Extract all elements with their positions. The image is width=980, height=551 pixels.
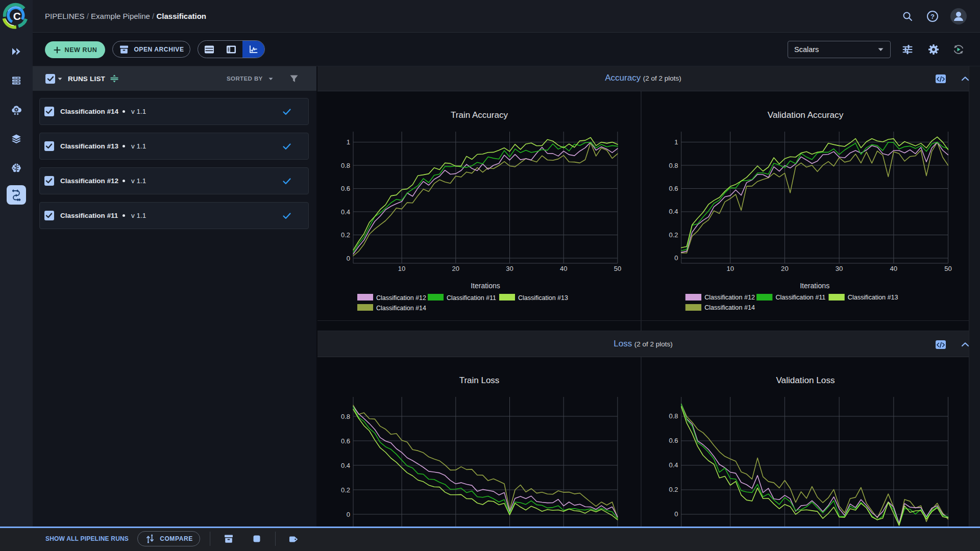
svg-text:Classification #14: Classification #14: [704, 305, 755, 312]
svg-text:Classification #12: Classification #12: [376, 294, 426, 302]
svg-text:40: 40: [560, 265, 567, 272]
svg-text:10: 10: [398, 265, 405, 272]
svg-text:Classification #14: Classification #14: [376, 305, 426, 312]
svg-text:0.8: 0.8: [341, 162, 350, 169]
svg-text:40: 40: [890, 265, 898, 272]
svg-text:Iterations: Iterations: [471, 282, 500, 290]
svg-text:20: 20: [781, 265, 789, 272]
svg-text:Classification #11: Classification #11: [775, 294, 825, 302]
svg-text:0: 0: [674, 511, 678, 518]
svg-text:0.8: 0.8: [341, 413, 350, 420]
svg-text:0.4: 0.4: [669, 462, 678, 469]
svg-text:0.6: 0.6: [669, 185, 678, 192]
svg-text:?: ?: [930, 13, 935, 20]
svg-text:Classification #12: Classification #12: [704, 294, 755, 302]
svg-text:50: 50: [944, 265, 952, 272]
svg-text:Iterations: Iterations: [800, 282, 829, 290]
svg-text:Train Loss: Train Loss: [459, 375, 500, 385]
svg-text:0.2: 0.2: [669, 486, 678, 494]
svg-text:0.6: 0.6: [341, 437, 350, 445]
svg-text:0.2: 0.2: [341, 486, 350, 494]
svg-text:10: 10: [726, 265, 734, 272]
svg-text:Train Accuracy: Train Accuracy: [451, 110, 508, 120]
svg-text:0.4: 0.4: [341, 208, 350, 216]
svg-text:20: 20: [452, 265, 459, 272]
svg-text:Classification #13: Classification #13: [518, 294, 568, 302]
svg-text:0.6: 0.6: [669, 437, 678, 445]
svg-text:0.8: 0.8: [669, 413, 678, 420]
svg-text:Classification #13: Classification #13: [848, 294, 898, 302]
svg-text:C: C: [13, 10, 21, 22]
svg-text:0: 0: [347, 255, 350, 262]
svg-text:0.4: 0.4: [341, 462, 350, 469]
svg-text:1: 1: [347, 138, 350, 146]
svg-text:0.4: 0.4: [669, 208, 678, 216]
svg-text:Validation Loss: Validation Loss: [776, 375, 835, 385]
svg-text:30: 30: [836, 265, 843, 272]
svg-text:0.8: 0.8: [669, 162, 678, 169]
svg-text:Validation Accuracy: Validation Accuracy: [768, 110, 844, 120]
svg-text:0: 0: [674, 255, 678, 262]
svg-text:0.2: 0.2: [341, 231, 350, 239]
svg-text:Classification #11: Classification #11: [447, 294, 496, 302]
svg-text:0: 0: [347, 511, 350, 518]
svg-text:1: 1: [674, 138, 678, 146]
svg-text:0.2: 0.2: [669, 231, 678, 239]
svg-text:30: 30: [506, 265, 513, 272]
svg-text:50: 50: [614, 265, 621, 272]
svg-text:0.6: 0.6: [341, 185, 350, 192]
